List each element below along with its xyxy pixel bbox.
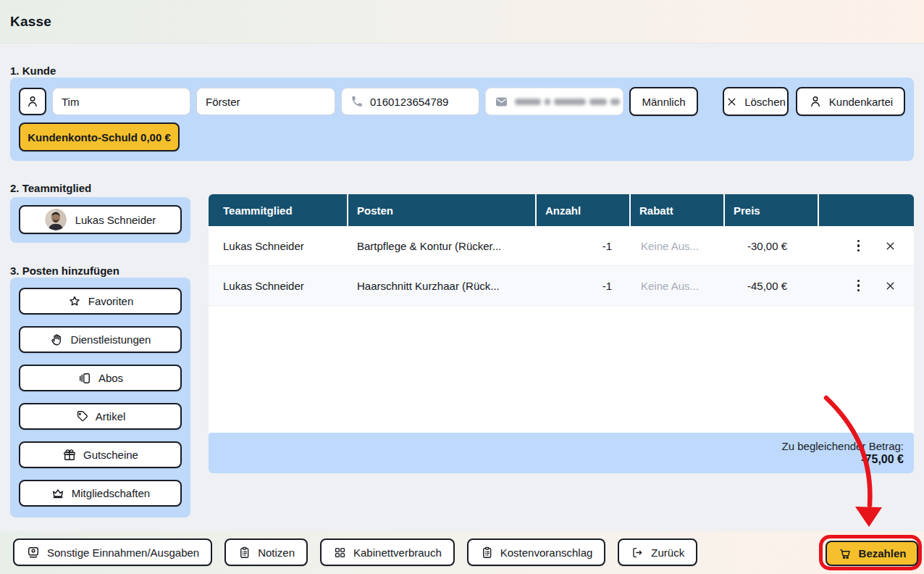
last-name-input[interactable] [196, 88, 335, 115]
subscription-icon [77, 371, 92, 386]
cash-register-icon [26, 545, 41, 560]
phone-icon [350, 95, 364, 108]
customer-debt-button[interactable]: Kundenkonto-Schuld 0,00 € [19, 122, 180, 151]
row-remove-icon[interactable] [884, 240, 896, 252]
gender-label: Männlich [642, 96, 685, 108]
posten-button-gutscheine[interactable]: Gutscheine [19, 441, 182, 468]
cart-icon [838, 546, 852, 561]
file-label: Kundenkartei [829, 96, 893, 108]
bottom-button-kabinettverbrauch[interactable]: Kabinettverbrauch [320, 538, 455, 566]
posten-button-label: Artikel [96, 410, 126, 423]
posten-button-dienstleistungen[interactable]: Dienstleistungen [19, 326, 182, 353]
cart-table: TeammitgliedPostenAnzahlRabattPreis Luka… [209, 194, 914, 473]
table-header: TeammitgliedPostenAnzahlRabattPreis [209, 194, 914, 226]
cell-price: -30,00 € [725, 240, 819, 252]
pay-button[interactable]: Bezahlen [826, 541, 918, 566]
total-label: Zu begleichender Betrag: [782, 440, 904, 452]
first-name-input[interactable] [52, 88, 190, 115]
crown-icon [51, 486, 65, 501]
table-empty-area [209, 306, 914, 433]
table-row: Lukas SchneiderBartpflege & Kontur (Rück… [209, 226, 914, 266]
clipboard-icon [480, 546, 494, 560]
email-input[interactable] [485, 88, 623, 115]
cell-discount[interactable]: Keine Aus... [631, 280, 725, 292]
column-header: Teammitglied [209, 194, 348, 226]
row-menu-icon[interactable] [854, 277, 863, 295]
posten-section-label: 3. Posten hinzufügen [10, 265, 119, 277]
bottom-button-label: Sonstige Einnahmen/Ausgaben [47, 546, 199, 559]
gift-icon [62, 448, 77, 462]
pay-label: Bezahlen [859, 547, 907, 560]
person-icon [808, 94, 823, 109]
cell-member: Lukas Schneider [209, 240, 348, 252]
customer-section-label: 1. Kunde [10, 65, 56, 77]
posten-button-label: Abos [98, 372, 123, 384]
bottom-button-label: Kabinettverbrauch [353, 546, 442, 559]
column-header: Rabatt [631, 194, 725, 226]
posten-button-abos[interactable]: Abos [19, 365, 182, 391]
customer-panel: 0160123654789 Männlich Löschen Kundenkar… [10, 78, 914, 161]
bottom-button-label: Notizen [258, 546, 295, 559]
table-footer: Zu begleichender Betrag: -75,00 € [209, 433, 914, 473]
team-section-label: 2. Teammitglied [10, 182, 91, 194]
star-icon [67, 294, 82, 309]
grid-icon [333, 546, 347, 560]
cell-item: Haarschnitt Kurzhaar (Rück... [348, 280, 537, 292]
posten-button-label: Dienstleistungen [71, 333, 151, 346]
cell-actions [819, 277, 914, 295]
posten-button-favoriten[interactable]: Favoriten [19, 288, 182, 315]
email-redacted-value [515, 99, 620, 105]
cell-actions [819, 237, 914, 255]
delete-customer-button[interactable]: Löschen [723, 87, 789, 116]
cell-discount[interactable]: Keine Aus... [631, 240, 725, 252]
cell-quantity[interactable]: -1 [537, 280, 631, 292]
posten-button-label: Gutscheine [83, 449, 138, 461]
row-menu-icon[interactable] [854, 237, 863, 255]
posten-button-mitgliedschaften[interactable]: Mitgliedschaften [19, 480, 182, 507]
posten-button-list: FavoritenDienstleistungenAbosArtikelGuts… [19, 288, 182, 507]
tag-icon [75, 409, 89, 423]
bottom-button-zur-ck[interactable]: Zurück [618, 538, 697, 566]
posten-button-label: Favoriten [88, 295, 134, 307]
bottom-button-kostenvoranschlag[interactable]: Kostenvoranschlag [467, 538, 606, 566]
cell-member: Lukas Schneider [209, 280, 348, 292]
column-header: Anzahl [537, 194, 631, 226]
exit-icon [631, 546, 644, 560]
top-bar: Kasse [0, 0, 924, 43]
delete-label: Löschen [744, 96, 786, 108]
cell-quantity[interactable]: -1 [537, 240, 631, 252]
posten-button-label: Mitgliedschaften [72, 487, 150, 499]
phone-input[interactable]: 0160123654789 [341, 88, 479, 115]
clipboard-icon [238, 546, 251, 560]
bottom-bar: Sonstige Einnahmen/AusgabenNotizenKabine… [0, 531, 924, 574]
debt-label: Kundenkonto-Schuld 0,00 € [28, 131, 171, 144]
column-header: Posten [348, 194, 537, 226]
bottom-button-sonstige-einnahmen-ausgaben[interactable]: Sonstige Einnahmen/Ausgaben [13, 538, 212, 566]
bottom-button-label: Kostenvoranschlag [500, 546, 593, 559]
customer-file-button[interactable]: Kundenkartei [796, 87, 905, 116]
column-header [819, 194, 914, 226]
bottom-button-label: Zurück [651, 546, 684, 559]
hand-icon [50, 333, 64, 347]
posten-button-artikel[interactable]: Artikel [19, 403, 182, 430]
close-icon [726, 96, 738, 108]
gender-button[interactable]: Männlich [629, 87, 698, 116]
row-remove-icon[interactable] [884, 280, 896, 292]
team-member-name: Lukas Schneider [75, 214, 156, 226]
cell-item: Bartpflege & Kontur (Rücker... [348, 240, 537, 252]
posten-panel: FavoritenDienstleistungenAbosArtikelGuts… [10, 278, 190, 517]
customer-person-button[interactable] [19, 88, 46, 115]
team-panel: Lukas Schneider [10, 197, 190, 243]
column-header: Preis [725, 194, 819, 226]
table-row: Lukas SchneiderHaarschnitt Kurzhaar (Rüc… [209, 266, 914, 306]
avatar [45, 209, 67, 230]
mail-icon [495, 95, 508, 109]
bottom-button-list: Sonstige Einnahmen/AusgabenNotizenKabine… [13, 538, 697, 566]
person-icon [25, 94, 40, 109]
phone-value: 0160123654789 [370, 96, 448, 108]
team-member-button[interactable]: Lukas Schneider [19, 205, 182, 234]
total-amount: -75,00 € [861, 453, 904, 466]
bottom-button-notizen[interactable]: Notizen [224, 538, 308, 566]
cell-price: -45,00 € [725, 280, 819, 292]
page-title: Kasse [10, 14, 51, 30]
